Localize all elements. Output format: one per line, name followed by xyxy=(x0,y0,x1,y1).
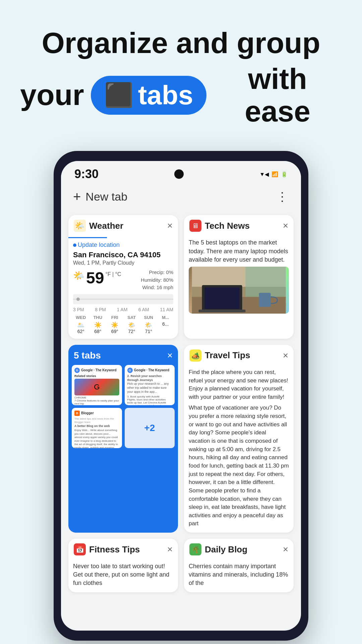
timeline-dot xyxy=(76,298,80,301)
weather-temperature: 🌤️ 59 °F | °C xyxy=(73,269,121,287)
travel-favicon: 🏕️ xyxy=(189,350,201,362)
tech-card-header: 🖥 Tech News × xyxy=(184,215,294,235)
travel-card-header: 🏕️ Travel Tips × xyxy=(184,345,294,365)
mini-tab-2-title: Google · The Keyword xyxy=(134,368,170,372)
signal-icon: 📶 xyxy=(272,171,278,177)
tech-favicon: 🖥 xyxy=(189,220,201,232)
fitness-favicon: 📅 xyxy=(74,543,86,555)
mini-tab-2[interactable]: G Google · The Keyword 2. Revisit your s… xyxy=(125,365,175,405)
phone-mockup: 9:30 ▼◀ 📶 🔋 + New tab ⋮ xyxy=(54,151,308,641)
time-11am: 11 AM xyxy=(160,307,173,312)
blogger-logo: B xyxy=(74,411,80,416)
phone-wrapper: 9:30 ▼◀ 📶 🔋 + New tab ⋮ xyxy=(0,144,362,641)
header-section: Organize and group your ⬛ tabs with ease xyxy=(0,0,362,144)
fitness-title-area: 📅 Fitness Tips xyxy=(74,543,140,555)
weather-close-button[interactable]: × xyxy=(167,221,173,230)
time-8pm: 8 PM xyxy=(95,307,106,312)
status-bar: 9:30 ▼◀ 📶 🔋 xyxy=(61,161,301,184)
fitness-close-button[interactable]: × xyxy=(167,545,173,554)
weather-tab-card[interactable]: 🌤️ Weather × Update location San Francis… xyxy=(68,215,178,339)
fitness-text: Never too late to start working out! Get… xyxy=(73,562,173,588)
travel-text: Find the place where you can rest, refue… xyxy=(189,368,289,528)
mini-tab-1[interactable]: G Google · The Keyword Related stories G… xyxy=(72,365,122,405)
mini-tab-1-image: G xyxy=(74,379,119,395)
mini-tab-3-title: Blogger xyxy=(81,411,94,415)
weather-card-header: 🌤️ Weather × xyxy=(68,215,178,235)
google-logo-text-1: G xyxy=(76,369,78,372)
weather-forecast: WED 🌥️ 62° THU ☀️ 68° FRI ☀ xyxy=(73,315,173,334)
mini-tab-1-footer: CHROME7 Chrome features to easily plan y… xyxy=(74,396,119,405)
battery-icon: 🔋 xyxy=(281,171,288,177)
google-logo-2: G xyxy=(127,368,133,373)
travel-icon: 🏕️ xyxy=(191,352,200,360)
tech-card-title: Tech News xyxy=(205,221,250,231)
weather-title-area: 🌤️ Weather xyxy=(74,220,123,232)
forecast-sat: SAT 🌤️ 72° xyxy=(124,315,140,334)
fitness-card-body: Never too late to start working out! Get… xyxy=(68,559,178,592)
five-tabs-close-button[interactable]: × xyxy=(167,350,173,361)
tab-count-label: +2 xyxy=(125,408,175,448)
fitness-icon: 📅 xyxy=(76,545,84,553)
update-location-link[interactable]: Update location xyxy=(73,241,173,249)
tech-article-text: The 5 best laptops on the market today. … xyxy=(189,238,289,264)
five-tabs-grid: G Google · The Keyword Related stories G… xyxy=(68,365,178,451)
tech-title-area: 🖥 Tech News xyxy=(189,220,250,232)
mini-tab-3[interactable]: B Blogger The latest tips and news from … xyxy=(72,408,122,448)
mini-tab-3-content: The latest tips and news from the Blogge… xyxy=(74,417,119,448)
badge-text: tabs xyxy=(138,80,193,110)
svg-rect-6 xyxy=(205,287,240,309)
headline-after: with ease xyxy=(213,63,342,128)
timeline-bar xyxy=(73,299,173,300)
daily-blog-close-button[interactable]: × xyxy=(283,545,288,554)
daily-blog-tab-card[interactable]: 🌴 Daily Blog × Cherries contain many imp… xyxy=(184,539,294,592)
temp-value: 59 xyxy=(86,269,104,287)
update-dot xyxy=(73,244,76,247)
weather-card-body: Update location San Francisco, CA 94105 … xyxy=(68,238,178,339)
forecast-fri: FRI ☀️ 69° xyxy=(107,315,123,334)
fitness-tips-tab-card[interactable]: 📅 Fitness Tips × Never too late to start… xyxy=(68,539,178,592)
weather-card-title: Weather xyxy=(89,221,123,231)
travel-close-button[interactable]: × xyxy=(283,351,288,360)
blogger-logo-text: B xyxy=(76,412,78,415)
forecast-sun: SUN 🌤️ 71° xyxy=(141,315,157,334)
mini-tab-4-count[interactable]: +2 xyxy=(125,408,175,448)
precip-text: Precip: 0% xyxy=(141,269,173,276)
travel-card-title: Travel Tips xyxy=(205,350,250,361)
update-location-text: Update location xyxy=(78,241,120,249)
tech-close-button[interactable]: × xyxy=(283,221,288,230)
travel-paragraph-1: Find the place where you can rest, refue… xyxy=(189,368,289,401)
plus-icon: + xyxy=(73,189,81,204)
chrome-tab-bar: + New tab ⋮ xyxy=(61,184,301,209)
temp-unit: °F | °C xyxy=(105,271,121,277)
tabs-icon: ⬛ xyxy=(104,82,133,108)
daily-blog-card-header: 🌴 Daily Blog × xyxy=(184,539,294,559)
forecast-mon: M... 6... xyxy=(158,315,174,334)
headline-line1: Organize and group xyxy=(20,27,342,59)
travel-title-area: 🏕️ Travel Tips xyxy=(189,350,250,362)
status-icons: ▼◀ 📶 🔋 xyxy=(259,171,288,177)
weather-description: Wed, 1 PM, Partly Cloudy xyxy=(73,260,173,266)
google-g-icon: G xyxy=(94,383,100,391)
mini-tab-1-header: G Google · The Keyword xyxy=(74,368,119,373)
weather-times: 3 PM 8 PM 1 AM 6 AM 11 AM xyxy=(73,307,173,312)
time-3pm: 3 PM xyxy=(73,307,84,312)
menu-dots-button[interactable]: ⋮ xyxy=(276,190,289,204)
travel-tips-tab-card[interactable]: 🏕️ Travel Tips × Find the place where yo… xyxy=(184,345,294,533)
weather-timeline xyxy=(73,294,173,304)
daily-blog-card-title: Daily Blog xyxy=(205,544,247,555)
five-tabs-title: 5 tabs xyxy=(74,350,101,361)
new-tab-button[interactable]: + New tab xyxy=(73,189,127,204)
headline-line2: your ⬛ tabs with ease xyxy=(20,63,342,128)
tech-news-tab-card[interactable]: 🖥 Tech News × The 5 best laptops on the … xyxy=(184,215,294,339)
tech-article-image xyxy=(189,267,289,314)
time-1am: 1 AM xyxy=(117,307,127,312)
mini-tab-2-content: 2. Revisit your searches through Journey… xyxy=(127,374,172,394)
travel-paragraph-2: What type of vacationer are you? Do you … xyxy=(189,404,289,528)
humidity-text: Humidity: 80% xyxy=(141,276,173,284)
phone-screen: 9:30 ▼◀ 📶 🔋 + New tab ⋮ xyxy=(61,161,301,631)
five-tabs-card[interactable]: 5 tabs × G Google · The Keyword xyxy=(68,345,178,533)
daily-blog-icon: 🌴 xyxy=(191,545,200,553)
google-logo-text-2: G xyxy=(129,369,131,372)
camera-dot xyxy=(174,169,184,179)
daily-blog-text: Cherries contain many important vitamins… xyxy=(189,562,289,588)
